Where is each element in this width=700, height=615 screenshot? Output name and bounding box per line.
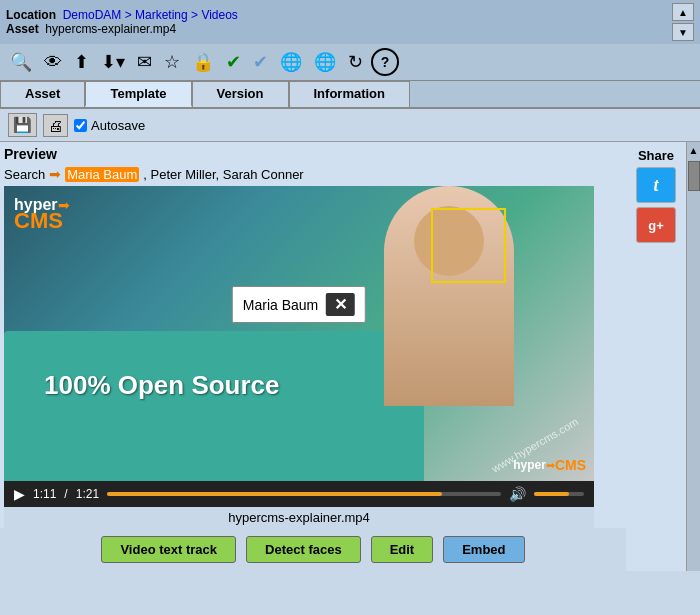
face-tooltip-close-button[interactable]: ✕ [326,293,355,316]
time-current: 1:11 [33,487,56,501]
filename-text: hypercms-explainer.mp4 [228,510,370,525]
search-icon[interactable]: 🔍 [6,49,36,75]
volume-fill [534,492,569,496]
face-tooltip: Maria Baum ✕ [232,286,366,323]
time-separator: / [64,487,67,501]
check-icon[interactable]: ✔ [222,49,245,75]
location-path: DemoDAM > Marketing > Videos [63,8,238,22]
progress-bar[interactable] [107,492,501,496]
location-label: Location [6,8,56,22]
eye-icon[interactable]: 👁 [40,50,66,75]
scrollbar[interactable]: ▲ [686,142,700,571]
upload-icon[interactable]: ⬆ [70,49,93,75]
highlighted-person[interactable]: Maria Baum [65,167,139,182]
globe2-icon[interactable]: 🌐 [310,49,340,75]
logo-cms-text: CMS [14,208,63,234]
main-area: Preview Search ➡ Maria Baum , Peter Mill… [0,142,626,571]
preview-label: Preview [0,142,626,164]
toolbar: 🔍 👁 ⬆ ⬇▾ ✉ ☆ 🔒 ✔ ✔ 🌐 🌐 ↻ ? [0,44,700,81]
search-row: Search ➡ Maria Baum , Peter Miller, Sara… [0,164,626,186]
globe1-icon[interactable]: 🌐 [276,49,306,75]
open-source-text: 100% Open Source [44,370,280,401]
scroll-thumb[interactable] [688,161,700,191]
nav-up-button[interactable]: ▲ [672,3,694,21]
action-bar: 💾 🖨 Autosave [0,109,700,142]
autosave-label[interactable]: Autosave [74,118,145,133]
progress-fill [107,492,442,496]
email-icon[interactable]: ✉ [133,49,156,75]
filename-bar: hypercms-explainer.mp4 [4,507,594,528]
search-arrow-icon: ➡ [49,166,61,182]
download-icon[interactable]: ⬇▾ [97,49,129,75]
other-persons: , Peter Miller, Sarah Conner [143,167,303,182]
volume-bar[interactable] [534,492,584,496]
location-row: Location DemoDAM > Marketing > Videos [6,8,238,22]
asset-label: Asset [6,22,39,36]
video-player: hyper ➡ CMS 100% Open Source www.hype [4,186,594,481]
video-text-track-button[interactable]: Video text track [101,536,236,563]
share-panel: Share t g+ [626,142,686,571]
teal-board: 100% Open Source [4,331,424,481]
print-button[interactable]: 🖨 [43,114,68,137]
star-icon[interactable]: ☆ [160,49,184,75]
video-background: hyper ➡ CMS 100% Open Source www.hype [4,186,594,481]
twitter-share-button[interactable]: t [636,167,676,203]
refresh-icon[interactable]: ↻ [344,49,367,75]
lock-icon[interactable]: 🔒 [188,49,218,75]
video-controls: ▶ 1:11 / 1:21 🔊 [4,481,594,507]
tab-asset[interactable]: Asset [0,81,85,107]
play-button[interactable]: ▶ [14,486,25,502]
save-button[interactable]: 💾 [8,113,37,137]
google-share-button[interactable]: g+ [636,207,676,243]
tab-version[interactable]: Version [192,81,289,107]
bottom-buttons: Video text track Detect faces Edit Embed [0,528,626,571]
nav-arrows[interactable]: ▲ ▼ [672,3,694,41]
nav-down-button[interactable]: ▼ [672,23,694,41]
volume-icon: 🔊 [509,486,526,502]
video-bottom-logo: hyper ➡ CMS [513,457,586,473]
edit-button[interactable]: Edit [371,536,434,563]
reject-icon[interactable]: ✔ [249,49,272,75]
title-bar: Location DemoDAM > Marketing > Videos As… [0,0,700,44]
help-icon[interactable]: ? [371,48,399,76]
face-detection-box [431,208,506,283]
asset-row: Asset hypercms-explainer.mp4 [6,22,238,36]
tab-template[interactable]: Template [85,81,191,107]
scroll-up-arrow[interactable]: ▲ [686,142,700,159]
search-label: Search [4,167,45,182]
share-label: Share [638,148,674,163]
autosave-text: Autosave [91,118,145,133]
tab-information[interactable]: Information [289,81,411,107]
autosave-checkbox[interactable] [74,119,87,132]
time-total: 1:21 [76,487,99,501]
embed-button[interactable]: Embed [443,536,524,563]
asset-filename: hypercms-explainer.mp4 [45,22,176,36]
detect-faces-button[interactable]: Detect faces [246,536,361,563]
tab-bar: Asset Template Version Information [0,81,700,109]
face-tooltip-text: Maria Baum [243,297,318,313]
